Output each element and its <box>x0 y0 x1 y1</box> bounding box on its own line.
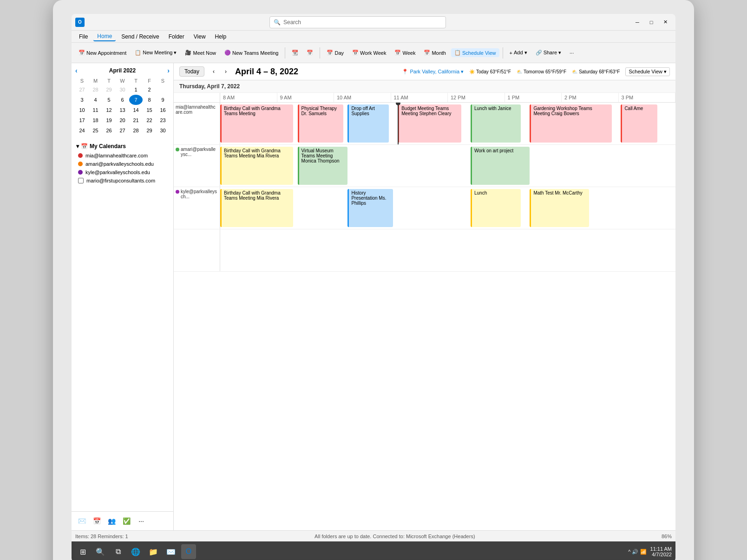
meet-now-button[interactable]: 🎥 Meet Now <box>182 48 219 57</box>
mini-cal-day[interactable]: 28 <box>89 85 102 95</box>
menu-view[interactable]: View <box>190 33 210 41</box>
calendar-item[interactable]: mario@firstupconsultants.com <box>75 176 170 185</box>
event-block[interactable]: Virtual Museum Teams Meeting Monica Thom… <box>298 147 348 185</box>
calendar-item[interactable]: mia@lamnahealthcare.com <box>75 151 170 160</box>
week-button[interactable]: 📅 Week <box>391 48 419 57</box>
mini-cal-day[interactable]: 12 <box>102 105 116 115</box>
my-calendars-header[interactable]: ▾ 📅 My Calendars <box>75 141 170 151</box>
mini-cal-next[interactable]: › <box>167 67 170 74</box>
mini-cal-day[interactable]: 22 <box>143 115 156 125</box>
mini-cal-day[interactable]: 27 <box>75 85 89 95</box>
month-button[interactable]: 📅 Month <box>420 48 449 57</box>
event-block[interactable]: Gardening Workshop Teams Meeting Craig B… <box>530 104 611 143</box>
mini-cal-day[interactable]: 28 <box>129 125 143 136</box>
mini-cal-day[interactable]: 29 <box>143 125 156 136</box>
event-block[interactable]: Birthday Call with Grandma Teams Meeting <box>220 104 293 143</box>
schedule-view[interactable]: Thursday, April 7, 2022 8 AM9 AM10 AM11 … <box>174 80 675 530</box>
event-block[interactable]: Physical Therapy Dr. Samuels <box>298 104 343 143</box>
nav-people-button[interactable]: 👥 <box>105 514 118 527</box>
schedule-view-button[interactable]: 📋 Schedule View <box>451 48 499 57</box>
edge-button[interactable]: 🌐 <box>128 544 143 559</box>
mini-cal-day[interactable]: 11 <box>89 105 102 115</box>
location-button[interactable]: 📍 Park Valley, California ▾ <box>402 69 464 75</box>
start-button[interactable]: ⊞ <box>75 544 90 559</box>
search-taskbar-button[interactable]: 🔍 <box>93 544 108 559</box>
mini-cal-day[interactable]: 4 <box>89 95 102 105</box>
event-block[interactable]: Lunch with Janice <box>471 104 521 143</box>
new-appointment-button[interactable]: 📅 New Appointment <box>75 48 130 57</box>
mini-cal-day[interactable]: 7 <box>129 95 143 105</box>
event-block[interactable]: Drop off Art Supplies <box>347 104 388 143</box>
mini-cal-day[interactable]: 2 <box>143 85 156 95</box>
share-icon: 🔗 <box>536 50 542 56</box>
day-view-button[interactable]: 📅 Day <box>323 48 347 57</box>
event-block[interactable]: Work on art project <box>471 147 530 185</box>
calendar-item[interactable]: kyle@parkvalleyschools.edu <box>75 168 170 176</box>
mini-cal-day[interactable]: 27 <box>116 125 129 136</box>
mini-cal-day[interactable]: 23 <box>156 115 170 125</box>
nav-calendar-button[interactable]: 📅 <box>90 514 103 527</box>
event-block[interactable]: Birthday Call with Grandma Teams Meeting… <box>220 189 293 227</box>
mini-cal-day[interactable]: 26 <box>102 125 116 136</box>
share-button[interactable]: 🔗 Share ▾ <box>532 48 564 57</box>
mini-cal-prev[interactable]: ‹ <box>75 67 78 74</box>
mini-cal-day[interactable]: 30 <box>156 125 170 136</box>
event-block[interactable]: History Presentation Ms. Phillips <box>347 189 393 227</box>
work-week-button[interactable]: 📅 Work Week <box>349 48 389 57</box>
mini-cal-day[interactable]: 1 <box>129 85 143 95</box>
mini-cal-day[interactable]: 17 <box>75 115 89 125</box>
search-box[interactable]: 🔍 Search <box>269 16 446 28</box>
file-explorer-button[interactable]: 📁 <box>146 544 161 559</box>
today-button[interactable]: Today <box>179 66 204 77</box>
mini-cal-day[interactable]: 8 <box>143 95 156 105</box>
prev-period-button[interactable]: ‹ <box>208 66 219 77</box>
nav-tasks-button[interactable]: ✅ <box>120 514 133 527</box>
next-period-button[interactable]: › <box>220 66 231 77</box>
mini-cal-day[interactable]: 20 <box>116 115 129 125</box>
mini-cal-day[interactable]: 16 <box>156 105 170 115</box>
close-button[interactable]: ✕ <box>659 17 672 27</box>
mini-cal-day[interactable]: 9 <box>156 95 170 105</box>
menu-file[interactable]: File <box>75 33 92 41</box>
mini-cal-day[interactable]: 14 <box>129 105 143 115</box>
menu-help[interactable]: Help <box>211 33 230 41</box>
maximize-button[interactable]: □ <box>645 17 658 27</box>
calendar-checkbox[interactable] <box>78 178 84 183</box>
minimize-button[interactable]: ─ <box>631 17 644 27</box>
mini-cal-day[interactable]: 19 <box>102 115 116 125</box>
mini-cal-day[interactable]: 18 <box>89 115 102 125</box>
mini-cal-day[interactable]: 13 <box>116 105 129 115</box>
mini-cal-day[interactable]: 6 <box>116 95 129 105</box>
nav-mail-button[interactable]: ✉️ <box>75 514 88 527</box>
new-meeting-icon: 📋 <box>135 50 141 56</box>
event-block[interactable]: Math Test Mr. McCarthy <box>530 189 589 227</box>
calendar-item[interactable]: amari@parkvalleyschools.edu <box>75 160 170 168</box>
event-block[interactable]: Birthday Call with Grandma Teams Meeting… <box>220 147 293 185</box>
open-calendar-button[interactable]: 📆 <box>288 48 301 57</box>
mini-cal-day[interactable]: 30 <box>116 85 129 95</box>
mini-cal-day[interactable]: 15 <box>143 105 156 115</box>
mini-cal-day[interactable]: 10 <box>75 105 89 115</box>
new-teams-meeting-button[interactable]: 🟣 New Teams Meeting <box>221 48 282 57</box>
nav-more-button[interactable]: ··· <box>135 514 148 527</box>
more-options-button[interactable]: ··· <box>566 49 577 57</box>
mail-taskbar-button[interactable]: ✉️ <box>164 544 178 559</box>
mini-cal-day[interactable]: 29 <box>102 85 116 95</box>
add-button[interactable]: + Add ▾ <box>506 48 531 57</box>
event-block[interactable]: Budget Meeting Teams Meeting Stephen Cle… <box>398 104 461 143</box>
event-block[interactable]: Lunch <box>471 189 521 227</box>
menu-folder[interactable]: Folder <box>165 33 188 41</box>
mini-cal-day[interactable]: 21 <box>129 115 143 125</box>
task-view-button[interactable]: ⧉ <box>111 544 125 559</box>
mini-cal-day[interactable]: 5 <box>102 95 116 105</box>
mini-cal-day[interactable]: 24 <box>75 125 89 136</box>
mini-cal-day[interactable]: 3 <box>75 95 89 105</box>
new-meeting-button[interactable]: 📋 New Meeting ▾ <box>131 48 180 57</box>
menu-home[interactable]: Home <box>93 32 116 41</box>
schedule-view-dropdown[interactable]: Schedule View ▾ <box>625 67 670 76</box>
open-calendar2-button[interactable]: 📅 <box>303 48 316 57</box>
outlook-taskbar-button[interactable]: O <box>181 544 196 559</box>
menu-send-receive[interactable]: Send / Receive <box>118 33 163 41</box>
mini-cal-day[interactable]: 25 <box>89 125 102 136</box>
event-block[interactable]: Call Ame <box>621 104 657 143</box>
